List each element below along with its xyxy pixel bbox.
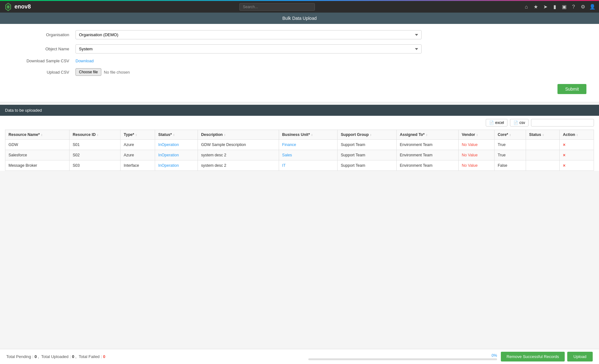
submit-button[interactable]: Submit — [557, 84, 586, 94]
cell-business-unit: IT — [279, 160, 337, 171]
sort-icon: ↕ — [41, 133, 42, 137]
star-icon[interactable]: ★ — [533, 4, 539, 10]
cell-business-unit: Finance — [279, 140, 337, 150]
col-support-group: Support Group↕ — [338, 130, 396, 140]
cell-status: InOperation — [155, 150, 198, 160]
logo-text: enov8 — [14, 3, 31, 10]
delete-icon[interactable]: × — [563, 142, 565, 147]
top-nav: enov8 ⌂ ★ ➤ ▮ ▣ ? ⚙ 👤 — [0, 0, 599, 13]
data-table-wrapper: Resource Name*↕ Resource ID↕ Type*↕ Stat… — [0, 130, 599, 171]
main-content: Organisation Organisation (DEMO) Object … — [0, 24, 599, 190]
delete-icon[interactable]: × — [563, 153, 565, 158]
object-name-label: Object Name — [13, 47, 76, 51]
page-title: Bulk Data Upload — [283, 16, 317, 21]
cell-core: True — [494, 140, 526, 150]
cell-resource-name: Message Broker — [5, 160, 70, 171]
cell-description: system desc 2 — [198, 150, 279, 160]
col-description: Description↕ — [198, 130, 279, 140]
gear-icon[interactable]: ⚙ — [580, 4, 586, 10]
sort-icon: ↕ — [311, 133, 313, 137]
cell-action[interactable]: × — [560, 140, 594, 150]
cell-resource-name: GDW — [5, 140, 70, 150]
sort-icon: ↕ — [173, 133, 175, 137]
organisation-select[interactable]: Organisation (DEMO) — [76, 30, 422, 39]
form-actions: Submit — [13, 81, 586, 96]
col-status2: Status↕ — [526, 130, 560, 140]
organisation-row: Organisation Organisation (DEMO) — [13, 30, 586, 39]
svg-point-2 — [7, 6, 9, 8]
table-toolbar: 📄 excel 📄 csv — [0, 116, 599, 130]
table-row: Salesforce S02 Azure InOperation system … — [5, 150, 594, 160]
cell-core: True — [494, 150, 526, 160]
choose-file-button[interactable]: Choose file — [76, 68, 101, 76]
search-input[interactable] — [239, 3, 315, 11]
cell-description: GDW Sample Description — [198, 140, 279, 150]
question-icon[interactable]: ? — [571, 4, 576, 10]
col-core: Core*↕ — [494, 130, 526, 140]
user-icon[interactable]: 👤 — [590, 4, 595, 10]
cell-status2 — [526, 150, 560, 160]
table-header: Resource Name*↕ Resource ID↕ Type*↕ Stat… — [5, 130, 594, 140]
page-title-bar: Bulk Data Upload — [0, 13, 599, 24]
sort-icon: ↕ — [509, 133, 511, 137]
sort-icon: ↕ — [576, 133, 578, 137]
csv-button[interactable]: 📄 csv — [510, 119, 529, 126]
table-search-input[interactable] — [531, 119, 594, 126]
monitor-icon[interactable]: ▣ — [561, 4, 567, 10]
sort-icon: ↕ — [476, 133, 478, 137]
cell-action[interactable]: × — [560, 150, 594, 160]
csv-label: csv — [519, 120, 525, 125]
table-row: GDW S01 Azure InOperation GDW Sample Des… — [5, 140, 594, 150]
cell-vendor: No Value — [458, 160, 494, 171]
cell-support-group: Support Team — [338, 160, 396, 171]
organisation-label: Organisation — [13, 32, 76, 37]
data-table: Resource Name*↕ Resource ID↕ Type*↕ Stat… — [5, 130, 594, 171]
csv-icon: 📄 — [513, 120, 518, 125]
object-name-row: Object Name System — [13, 44, 586, 53]
logo-icon — [4, 3, 13, 11]
download-link[interactable]: Download — [76, 59, 94, 63]
cell-resource-id: S01 — [69, 140, 120, 150]
col-assigned-to: Assigned To*↕ — [396, 130, 458, 140]
col-business-unit: Business Unit*↕ — [279, 130, 337, 140]
excel-button[interactable]: 📄 excel — [486, 119, 507, 126]
cell-action[interactable]: × — [560, 160, 594, 171]
object-name-select[interactable]: System — [76, 44, 422, 53]
download-csv-label: Download Sample CSV — [13, 59, 76, 63]
delete-icon[interactable]: × — [563, 163, 565, 168]
col-vendor: Vendor↕ — [458, 130, 494, 140]
col-type: Type*↕ — [120, 130, 155, 140]
cell-assigned-to: Environment Team — [396, 160, 458, 171]
logo: enov8 — [4, 3, 31, 11]
upload-csv-label: Upload CSV — [13, 70, 76, 75]
cell-status: InOperation — [155, 140, 198, 150]
cell-type: Interface — [120, 160, 155, 171]
form-section: Organisation Organisation (DEMO) Object … — [0, 24, 599, 102]
cell-resource-id: S03 — [69, 160, 120, 171]
sort-icon: ↕ — [542, 133, 544, 137]
nav-icons: ⌂ ★ ➤ ▮ ▣ ? ⚙ 👤 — [523, 4, 595, 10]
send-icon[interactable]: ➤ — [542, 4, 548, 10]
cell-support-group: Support Team — [338, 140, 396, 150]
sort-icon: ↕ — [370, 133, 372, 137]
sort-icon: ↕ — [426, 133, 428, 137]
upload-csv-row: Upload CSV Choose file No file chosen — [13, 68, 586, 76]
data-section: Data to be uploaded 📄 excel 📄 csv Resour… — [0, 105, 599, 171]
col-action: Action↕ — [560, 130, 594, 140]
cell-vendor: No Value — [458, 150, 494, 160]
sort-icon: ↕ — [224, 133, 226, 137]
cell-business-unit: Sales — [279, 150, 337, 160]
cell-support-group: Support Team — [338, 150, 396, 160]
excel-label: excel — [495, 120, 504, 125]
home-icon[interactable]: ⌂ — [523, 4, 529, 10]
search-container — [31, 3, 523, 11]
creditcard-icon[interactable]: ▮ — [552, 4, 557, 10]
col-status: Status*↕ — [155, 130, 198, 140]
col-resource-name: Resource Name*↕ — [5, 130, 70, 140]
excel-icon: 📄 — [489, 120, 494, 125]
cell-type: Azure — [120, 150, 155, 160]
cell-status: InOperation — [155, 160, 198, 171]
download-csv-row: Download Sample CSV Download — [13, 59, 586, 63]
cell-resource-id: S02 — [69, 150, 120, 160]
cell-core: False — [494, 160, 526, 171]
